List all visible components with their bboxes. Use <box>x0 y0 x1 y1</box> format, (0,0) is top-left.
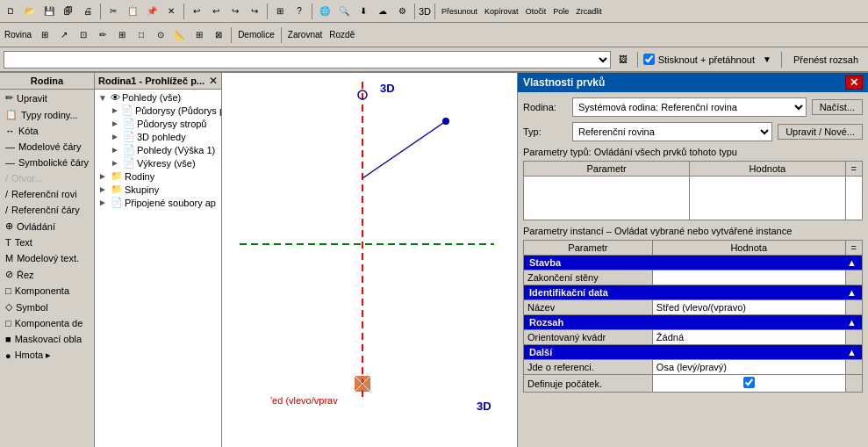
left-menu-ovladani[interactable]: ⊕ Ovládání <box>0 218 94 234</box>
web-btn[interactable]: 🌐 <box>316 3 334 20</box>
rozdel-btn[interactable]: Rozdě <box>326 26 357 44</box>
cut-btn[interactable]: ✂ <box>104 3 122 20</box>
zakonceni-eq <box>845 270 862 285</box>
redo-btn[interactable]: ↩ <box>207 3 225 20</box>
edit-btn[interactable]: Upravit / Nové... <box>778 124 863 140</box>
param-label-referenci: Jde o referenci. <box>524 360 653 375</box>
view-select[interactable] <box>4 51 611 68</box>
param-value-zakonceni[interactable] <box>652 270 845 285</box>
zarovnat-btn[interactable]: Zarovnat <box>285 26 325 44</box>
cursor-btn[interactable]: ↗ <box>55 26 73 44</box>
help-btn[interactable]: ? <box>291 3 308 20</box>
open-btn[interactable]: 📂 <box>21 3 39 20</box>
canvas-ref-label: 'ed (vlevo/vprav <box>270 395 338 406</box>
transfer-btn[interactable]: Přenést rozsah <box>787 51 864 68</box>
kopirovat-btn[interactable]: Kopírovat <box>482 3 521 20</box>
dalsi-expand-icon: ▲ <box>847 347 857 357</box>
type-select[interactable]: Referenční rovina <box>572 122 772 141</box>
upravit-icon: ✏ <box>5 92 13 104</box>
toolbar-icon2[interactable]: ✏ <box>94 26 111 44</box>
cloud-btn[interactable]: ☁ <box>374 3 391 20</box>
upravit-label: Upravit <box>17 93 47 104</box>
grid-btn[interactable]: ⊞ <box>36 26 54 44</box>
down-btn[interactable]: ⬇ <box>355 3 372 20</box>
left-menu-upravit[interactable]: ✏ Upravit <box>0 90 94 106</box>
view-icon-btn[interactable]: 🖼 <box>614 51 632 68</box>
saveas-btn[interactable]: 🗐 <box>60 3 77 20</box>
family-select[interactable]: Systémová rodina: Referenční rovina <box>572 97 807 117</box>
toolbar-icon1[interactable]: ⊡ <box>75 26 92 44</box>
stisknout-checkbox[interactable] <box>643 54 655 65</box>
zakonceni-input[interactable] <box>656 272 842 283</box>
tree-close-btn[interactable]: ✕ <box>209 75 218 87</box>
copy-btn[interactable]: 📋 <box>124 3 141 20</box>
param-value-nazev: Střed (vlevo/(vpravo) <box>652 300 845 315</box>
sep7 <box>231 27 232 43</box>
left-menu-text[interactable]: T Text <box>0 234 94 250</box>
demolish-btn[interactable]: Demolice <box>235 26 277 44</box>
tree-item-vyska[interactable]: ► 📄 Pohledy (Výška 1) <box>109 143 219 156</box>
undo2-btn[interactable]: ↪ <box>226 3 244 20</box>
print-btn[interactable]: 🖨 <box>79 3 97 20</box>
pole-btn[interactable]: Pole <box>550 3 571 20</box>
tree-item-label: Půdorysy stropů <box>137 119 206 129</box>
params-col-param: Parametr <box>524 162 690 177</box>
toolbar-icon8[interactable]: ⊠ <box>210 26 227 44</box>
tree-item-pudorysy[interactable]: ► 📄 Půdorysy (Půdorys p <box>109 104 219 117</box>
left-menu-otvor[interactable]: / Otvor... <box>0 170 94 186</box>
search-btn[interactable]: 🔍 <box>335 3 353 20</box>
tree-item-pripojene[interactable]: ► 📄 Připojené soubory ap <box>97 196 219 209</box>
toolbar-icon4[interactable]: □ <box>133 26 150 44</box>
tree-item-vykresy[interactable]: ► 📄 Výkresy (vše) <box>109 156 219 169</box>
filter-btn[interactable]: ▼ <box>758 51 776 68</box>
toolbar-icon6[interactable]: 📐 <box>171 26 189 44</box>
left-menu-symbolické[interactable]: — Symbolické čáry <box>0 155 94 170</box>
left-menu-rez[interactable]: ⊘ Řez <box>0 266 94 283</box>
left-menu-modelovy[interactable]: M Modelový text. <box>0 250 94 266</box>
rovina-btn[interactable]: Rovina <box>2 26 34 44</box>
zrcadlit-btn[interactable]: Zrcadlit <box>573 3 605 20</box>
redo2-btn[interactable]: ↪ <box>246 3 263 20</box>
params-table: Parametr Hodnota = <box>523 161 863 220</box>
expand-icon: ► <box>98 184 109 194</box>
svg-line-3 <box>362 121 446 178</box>
properties-btn[interactable]: ⊞ <box>271 3 289 20</box>
undo-btn[interactable]: ↩ <box>188 3 205 20</box>
left-menu-komponenta[interactable]: □ Komponenta <box>0 283 94 299</box>
param-label-zakonceni: Zakončení stěny <box>524 270 653 285</box>
param-value-definuje[interactable] <box>652 375 845 393</box>
left-menu-hmota[interactable]: ● Hmota ▸ <box>0 347 94 364</box>
toolbar-icon5[interactable]: ⊙ <box>152 26 169 44</box>
left-menu-komponenta-de[interactable]: □ Komponenta de <box>0 315 94 331</box>
load-btn[interactable]: Načíst... <box>812 99 863 115</box>
left-menu-referencni-rovi[interactable]: / Referenční rovi <box>0 186 94 202</box>
left-menu-kota[interactable]: ↔ Kóta <box>0 123 94 139</box>
left-menu-symbol[interactable]: ◇ Symbol <box>0 299 94 315</box>
otvor-label: Otvor... <box>11 173 42 184</box>
toolbar-icon3[interactable]: ⊞ <box>113 26 131 44</box>
paste-btn[interactable]: 📌 <box>143 3 161 20</box>
new-btn[interactable]: 🗋 <box>2 3 19 20</box>
props-close-btn[interactable]: ✕ <box>845 76 863 90</box>
tree-item-rodiny[interactable]: ► 📁 Rodiny <box>97 169 219 183</box>
group-header-stavba[interactable]: Stavba ▲ <box>524 256 863 270</box>
left-menu-modelove[interactable]: — Modelové čáry <box>0 139 94 155</box>
tree-item-stropy[interactable]: ► 📄 Půdorysy stropů <box>109 117 219 130</box>
save-btn[interactable]: 💾 <box>40 3 58 20</box>
toolbar-icon7[interactable]: ⊞ <box>190 26 208 44</box>
group-header-dalsi[interactable]: Další ▲ <box>524 345 863 360</box>
tree-item-pohledy[interactable]: ▼ 👁 Pohledy (vše) <box>97 91 219 104</box>
definuje-checkbox[interactable] <box>743 377 755 388</box>
tree-item-3dpohledy[interactable]: ► 📄 3D pohledy <box>109 130 219 143</box>
tree-item-skupiny[interactable]: ► 📁 Skupiny <box>97 183 219 196</box>
group-header-rozsah[interactable]: Rozsah ▲ <box>524 315 863 330</box>
left-menu-referencni-cary[interactable]: / Referenční čáry <box>0 202 94 218</box>
left-menu-maskovaci[interactable]: ■ Maskovací obla <box>0 331 94 347</box>
otocit-btn[interactable]: Otočit <box>523 3 549 20</box>
settings-btn[interactable]: ⚙ <box>393 3 411 20</box>
delete-btn[interactable]: ✕ <box>162 3 180 20</box>
otvor-icon: / <box>5 173 8 184</box>
left-menu-typy[interactable]: 📋 Typy rodiny... <box>0 106 94 123</box>
move-btn[interactable]: Přesunout <box>439 3 480 20</box>
group-header-identifikace[interactable]: Identifikační data ▲ <box>524 285 863 300</box>
